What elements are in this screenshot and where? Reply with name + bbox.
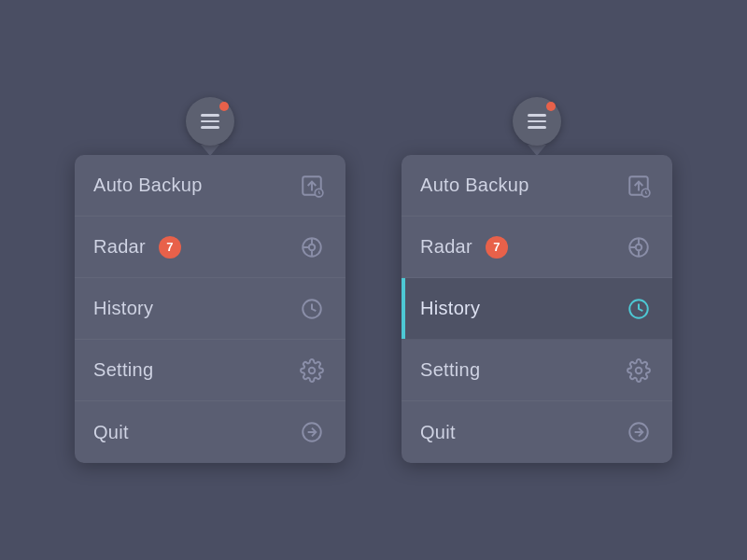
quit-icon — [297, 417, 327, 447]
setting-label: Setting — [93, 359, 153, 381]
menu-left-item-quit[interactable]: Quit — [75, 401, 345, 463]
menu-left-panel: Auto Backup Radar 7 — [75, 155, 345, 463]
history-label-r: History — [420, 298, 480, 319]
menu-left-arrow — [201, 145, 219, 156]
radar-icon-r — [624, 232, 654, 262]
hamburger-icon — [201, 114, 219, 129]
menu-left-item-history[interactable]: History — [75, 278, 345, 340]
auto-backup-label-r: Auto Backup — [420, 175, 529, 196]
svg-point-15 — [636, 244, 642, 250]
backup-icon — [297, 171, 327, 201]
menu-right-wrapper: Auto Backup Radar 7 — [402, 97, 672, 463]
history-icon-r — [624, 294, 654, 324]
radar-label: Radar — [93, 236, 146, 258]
radar-label-r: Radar — [420, 236, 472, 258]
history-icon — [297, 294, 327, 324]
backup-icon-r — [624, 171, 654, 201]
menu-left-item-auto-backup[interactable]: Auto Backup — [75, 155, 345, 217]
setting-label-r: Setting — [420, 359, 480, 381]
svg-point-19 — [636, 367, 642, 373]
menu-right-item-quit[interactable]: Quit — [402, 401, 672, 463]
svg-point-4 — [309, 244, 316, 250]
menu-left-button[interactable] — [186, 97, 234, 146]
menu-right-item-auto-backup[interactable]: Auto Backup — [402, 155, 672, 217]
menu-right-arrow — [528, 145, 546, 156]
radar-badge: 7 — [159, 236, 181, 259]
menu-left-item-setting[interactable]: Setting — [75, 340, 345, 401]
notification-dot — [219, 102, 229, 111]
menu-right-item-radar[interactable]: Radar 7 — [402, 217, 672, 278]
svg-point-8 — [309, 367, 316, 373]
notification-dot-right — [546, 102, 556, 111]
radar-icon — [297, 232, 327, 262]
quit-label: Quit — [93, 422, 129, 443]
hamburger-icon-right — [528, 114, 546, 129]
menu-right-button[interactable] — [513, 97, 561, 146]
menu-right-item-history[interactable]: History — [402, 278, 672, 340]
history-label: History — [93, 298, 153, 319]
auto-backup-label: Auto Backup — [93, 175, 203, 196]
setting-icon — [297, 356, 327, 385]
menu-left-item-radar[interactable]: Radar 7 — [75, 217, 345, 278]
quit-icon-r — [624, 417, 654, 447]
quit-label-r: Quit — [420, 422, 456, 443]
radar-badge-r: 7 — [486, 236, 508, 259]
menu-right-item-setting[interactable]: Setting — [402, 340, 672, 401]
setting-icon-r — [624, 356, 654, 385]
menu-left-wrapper: Auto Backup Radar 7 — [75, 97, 345, 463]
menu-right-panel: Auto Backup Radar 7 — [402, 155, 672, 463]
